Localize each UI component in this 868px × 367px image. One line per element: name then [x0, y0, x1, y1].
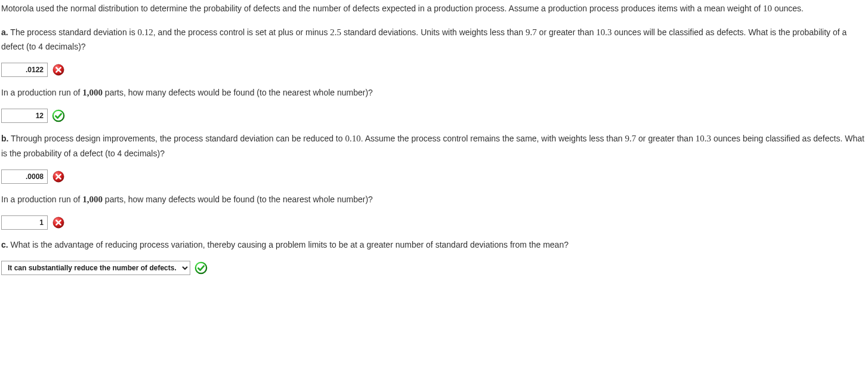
- a-t1: The process standard deviation is: [8, 27, 138, 37]
- a-hi: 10.3: [596, 27, 611, 37]
- a-answer2-row: [1, 109, 867, 123]
- c-t1: What is the advantage of reducing proces…: [8, 240, 569, 249]
- b-q2-t2: parts, how many defects would be found (…: [103, 195, 373, 204]
- a-q2-t2: parts, how many defects would be found (…: [103, 88, 373, 97]
- intro-paragraph: Motorola used the normal distribution to…: [1, 1, 867, 17]
- a-t4: or greater than: [537, 27, 597, 37]
- a-q2-n: 1,000: [82, 88, 103, 97]
- correct-icon: [194, 261, 208, 275]
- part-c-label: c.: [1, 240, 8, 249]
- c-answer-select[interactable]: It can substantially reduce the number o…: [1, 261, 190, 275]
- mean-value: 10: [763, 4, 772, 13]
- b-lo: 9.7: [625, 134, 636, 143]
- correct-icon: [51, 109, 66, 123]
- b-answer2-input[interactable]: [1, 215, 48, 230]
- b-sd: 0.10: [345, 134, 360, 143]
- c-answer-row: It can substantially reduce the number o…: [1, 261, 867, 275]
- wrong-icon: [51, 63, 66, 77]
- a-answer1-row: [1, 63, 867, 77]
- intro-text-after: ounces.: [772, 4, 804, 13]
- b-t1: Through process design improvements, the…: [8, 134, 345, 143]
- a-t2: , and the process control is set at plus…: [153, 27, 330, 37]
- b-q2: In a production run of 1,000 parts, how …: [1, 192, 867, 208]
- b-q2-t1: In a production run of: [1, 195, 82, 204]
- b-t2: . Assume the process control remains the…: [361, 134, 625, 143]
- a-sd: 0.12: [138, 27, 153, 37]
- wrong-icon: [51, 215, 66, 230]
- part-b-label: b.: [1, 134, 8, 143]
- part-b-question: b. Through process design improvements, …: [1, 131, 867, 161]
- b-hi: 10.3: [696, 134, 711, 143]
- b-q2-n: 1,000: [82, 195, 103, 204]
- a-t3: standard deviations. Units with weights …: [341, 27, 526, 37]
- part-a-label: a.: [1, 27, 8, 37]
- b-answer1-row: [1, 169, 867, 184]
- wrong-icon: [51, 169, 66, 184]
- intro-text: Motorola used the normal distribution to…: [1, 4, 763, 13]
- a-answer1-input[interactable]: [1, 63, 48, 77]
- b-answer2-row: [1, 215, 867, 230]
- a-q2-t1: In a production run of: [1, 88, 82, 97]
- part-c-question: c. What is the advantage of reducing pro…: [1, 238, 867, 252]
- b-answer1-input[interactable]: [1, 169, 48, 184]
- a-lo: 9.7: [526, 27, 537, 37]
- b-t3: or greater than: [636, 134, 696, 143]
- a-answer2-input[interactable]: [1, 109, 48, 123]
- part-a-question: a. The process standard deviation is 0.1…: [1, 25, 867, 54]
- a-q2: In a production run of 1,000 parts, how …: [1, 85, 867, 101]
- a-pm: 2.5: [330, 27, 341, 37]
